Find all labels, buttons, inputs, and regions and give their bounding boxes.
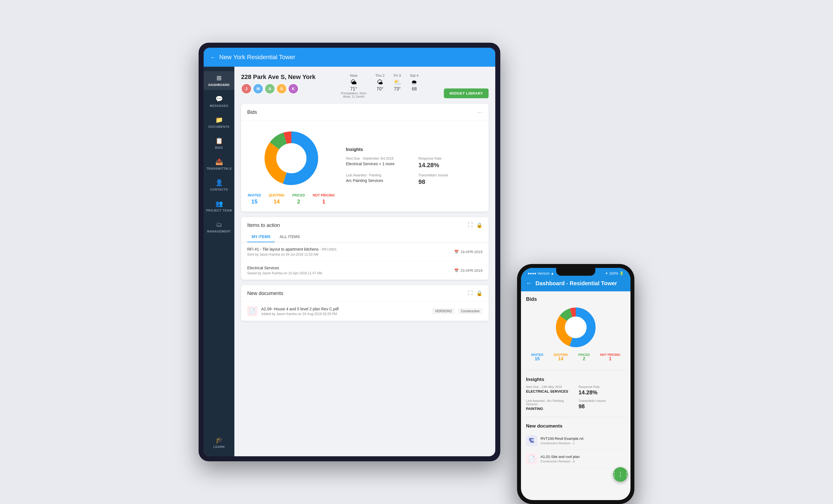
- sidebar-item-learn[interactable]: 🎓 LEARN: [204, 433, 234, 452]
- documents-card-header: New documents ⛶ 🔒: [241, 285, 489, 302]
- new-documents-card: New documents ⛶ 🔒 📄 A2.09- House 4 and 5…: [241, 285, 489, 321]
- tab-my-items[interactable]: MY ITEMS: [247, 232, 275, 242]
- learn-icon: 🎓: [215, 436, 223, 444]
- sidebar: ⊞ DASHBOARD 💬 MESSAGES 📁 DOCUMENTS 📋 BID…: [204, 67, 234, 456]
- documents-icons: ⛶ 🔒: [468, 290, 482, 296]
- legend-invited: INVITED 15: [248, 194, 261, 205]
- sidebar-label-transmittals: TRANSMITTALS: [207, 167, 232, 170]
- bids-menu-icon[interactable]: ⋯: [477, 109, 482, 116]
- sidebar-item-bids[interactable]: 📋 BIDS: [204, 134, 234, 153]
- info-bar: 228 Park Ave S, New York J M A S K Now 🌥: [241, 73, 489, 98]
- sidebar-item-contacts[interactable]: 👤 CONTACTS: [204, 176, 234, 195]
- tablet-header-title: New York Residential Tower: [219, 54, 295, 61]
- lock-icon[interactable]: 🔒: [476, 222, 482, 228]
- bids-donut-chart: [261, 128, 322, 189]
- sidebar-item-management[interactable]: 🗂 MANAGEMENT: [204, 218, 234, 236]
- doc-category-badge: Construction: [458, 308, 482, 314]
- phone-bids-title: Bids: [526, 296, 625, 302]
- tab-all-items[interactable]: ALL ITEMS: [275, 232, 305, 242]
- avatar-1: J: [241, 83, 252, 94]
- electrical-sub: Saved by Jason Kamha on 10-Apr-2018 11:4…: [247, 271, 322, 275]
- main-content: 228 Park Ave S, New York J M A S K Now 🌥: [234, 67, 495, 456]
- avatar-2: M: [253, 83, 263, 94]
- action-items-list: RFI #1 - Tile layout to apartment kitche…: [241, 243, 489, 280]
- action-item-rfi: RFI #1 - Tile layout to apartment kitche…: [247, 243, 482, 261]
- insights-grid: Next Due - September 3rd 2018 Electrical…: [346, 156, 482, 185]
- phone-fab-button[interactable]: ⋮⋮⋮: [613, 467, 628, 482]
- doc-icon-1: 📄: [247, 306, 257, 316]
- weather-fri-icon: ⛅: [394, 79, 401, 86]
- address-section: 228 Park Ave S, New York J M A S K: [241, 73, 316, 94]
- phone-next-due: Next Due - 13th May 2019 ELECTRICAL SERV…: [526, 385, 573, 396]
- sidebar-item-messages[interactable]: 💬 MESSAGES: [204, 92, 234, 111]
- phone-carrier: ●●●● Verizon ▲: [528, 271, 554, 275]
- sidebar-label-messages: MESSAGES: [210, 104, 228, 107]
- svg-point-9: [565, 317, 586, 338]
- phone-doc-sub-2: Construction Revision : 0: [541, 460, 580, 463]
- phone-insights-title: Insights: [526, 377, 625, 382]
- phone-transmittals-issued: Transmittal's Issued 98: [578, 399, 625, 411]
- phone-divider-1: [526, 370, 625, 371]
- management-icon: 🗂: [216, 221, 222, 228]
- sidebar-item-project-team[interactable]: 👥 PROJECT TEAM: [204, 197, 234, 216]
- phone-doc-title-1: RVT100-Revit Example.rvt: [541, 436, 584, 440]
- phone-notch: [556, 268, 595, 276]
- rfi-sub: Sent by Jason Kamha on 25-Jul-2018 11:53…: [247, 253, 337, 256]
- weather-sat: Sat 4 🌧 68: [410, 73, 419, 92]
- bids-body: INVITED 15 QUOTING 14 PRICED 2: [241, 121, 489, 211]
- team-avatars: J M A S K: [241, 83, 316, 94]
- legend-quoting: QUOTING 14: [269, 194, 284, 205]
- tablet-header: ← New York Residential Tower: [204, 48, 495, 67]
- doc-version-badge: VERSION2: [432, 308, 455, 314]
- sidebar-label-learn: LEARN: [213, 445, 224, 449]
- sidebar-item-documents[interactable]: 📁 DOCUMENTS: [204, 113, 234, 132]
- weather-now-icon: 🌥: [341, 79, 366, 86]
- phone-doc-title-2: A1.01-Site and roof plan: [541, 455, 580, 459]
- phone-doc-icon-2: 📄: [526, 453, 537, 464]
- insights-section: Insights Next Due - September 3rd 2018 E…: [346, 147, 482, 185]
- weather-thu-icon: 🌤: [376, 79, 385, 86]
- fullscreen-icon[interactable]: ⛶: [468, 222, 473, 228]
- phone-screen: ●●●● Verizon ▲ 1:57 ✦ 100% 🔋 ← Dashboard…: [521, 268, 630, 500]
- phone-doc-icon-1: 🏗: [526, 435, 537, 446]
- phone-legend-invited: INVITED 15: [531, 353, 543, 361]
- documents-icon: 📁: [215, 116, 223, 124]
- contacts-icon: 👤: [215, 179, 223, 186]
- sidebar-item-transmittals[interactable]: 📤 TRANSMITTALS: [204, 155, 234, 174]
- weather-sat-icon: 🌧: [410, 79, 419, 86]
- sidebar-label-project-team: PROJECT TEAM: [206, 209, 232, 212]
- items-to-action-card: Items to action ⛶ 🔒 MY ITEMS ALL ITEMS: [241, 217, 489, 280]
- action-icons: ⛶ 🔒: [468, 222, 482, 228]
- doc-item-1: 📄 A2.09- House 4 and 5 level 2 plan Rev …: [241, 302, 489, 321]
- phone-bids-donut: [526, 305, 625, 350]
- next-due: Next Due - September 3rd 2018 Electrical…: [346, 156, 409, 169]
- donut-svg: [261, 128, 322, 189]
- dashboard-icon: ⊞: [216, 75, 221, 82]
- action-header: Items to action ⛶ 🔒: [241, 217, 489, 228]
- doc-lock-icon[interactable]: 🔒: [476, 290, 482, 296]
- phone-back-button[interactable]: ←: [526, 280, 532, 287]
- bids-left: INVITED 15 QUOTING 14 PRICED 2: [248, 128, 335, 205]
- doc-fullscreen-icon[interactable]: ⛶: [468, 290, 473, 296]
- sidebar-item-dashboard[interactable]: ⊞ DASHBOARD: [204, 71, 234, 90]
- tablet-back-button[interactable]: ←: [210, 54, 216, 60]
- bids-card: Bids ⋯: [241, 104, 489, 211]
- phone-legend-quoting: QUOTING 14: [554, 353, 568, 361]
- sidebar-label-documents: DOCUMENTS: [208, 125, 229, 128]
- phone-legend-not-pricing: NOT PRICING 1: [600, 353, 620, 361]
- phone-header: ← Dashboard - Residential Tower: [521, 277, 630, 291]
- phone-bids-legend: INVITED 15 QUOTING 14 PRICED 2 NOT PRICI…: [526, 353, 625, 361]
- widget-library-button[interactable]: WIDGET LIBRARY: [444, 89, 489, 98]
- avatar-3: A: [264, 83, 275, 94]
- tablet-screen: ← New York Residential Tower ⊞ DASHBOARD…: [204, 48, 495, 456]
- bids-title: Bids: [247, 109, 257, 115]
- phone-donut-svg: [553, 305, 598, 350]
- project-team-icon: 👥: [215, 200, 223, 207]
- electrical-title: Electrical Services: [247, 266, 322, 270]
- phone-battery: ✦ 100% 🔋: [605, 271, 624, 275]
- doc-sub-1: Added by Jason Kamha on 24-Aug-2018 03:2…: [261, 312, 338, 316]
- weather-section: Now 🌥 71° Precipitation: 0mm Wind: 11.2k…: [341, 73, 419, 98]
- phone-doc-item-2: 📄 A1.01-Site and roof plan Construction …: [526, 450, 625, 468]
- phone-header-title: Dashboard - Residential Tower: [536, 280, 617, 286]
- phone-doc-item-1: 🏗 RVT100-Revit Example.rvt Construction …: [526, 432, 625, 450]
